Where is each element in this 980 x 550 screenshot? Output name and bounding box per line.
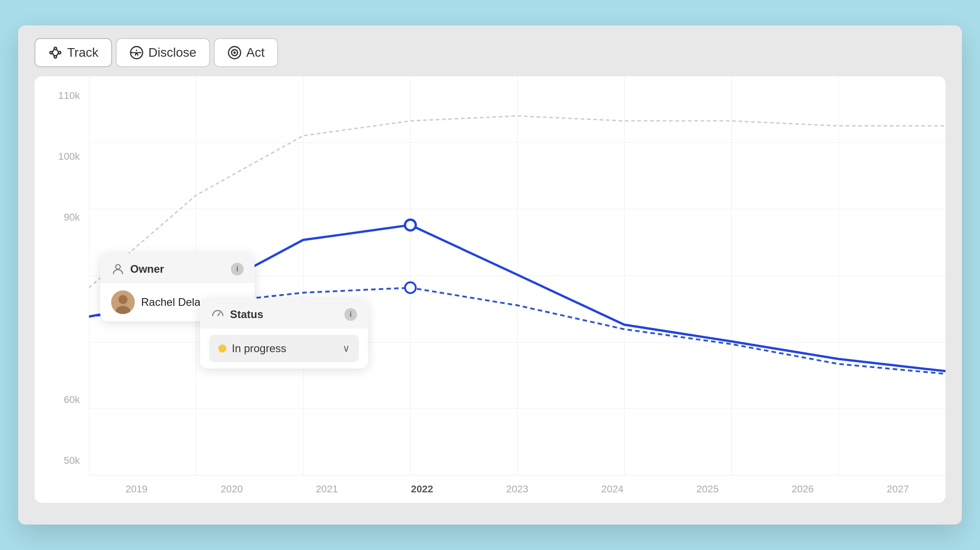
status-dropdown[interactable]: In progress ∨: [209, 335, 359, 362]
x-label-2023: 2023: [506, 483, 528, 495]
owner-name: Rachel Dela: [141, 296, 201, 309]
status-left: In progress: [218, 342, 286, 355]
x-label-2022: 2022: [411, 483, 433, 495]
x-label-2027: 2027: [887, 483, 909, 495]
tab-act-label: Act: [246, 45, 265, 60]
svg-line-6: [57, 53, 59, 55]
act-icon: [227, 45, 242, 60]
owner-info-icon[interactable]: i: [231, 263, 244, 275]
chart-area: 50k 60k 70k 80k 90k 100k 110k: [34, 76, 946, 503]
point-2022-dashed: [405, 282, 416, 293]
svg-line-3: [52, 49, 54, 52]
status-dot: [218, 344, 226, 353]
tab-act[interactable]: Act: [214, 38, 278, 67]
y-label-50k: 50k: [44, 455, 80, 467]
x-label-2024: 2024: [601, 483, 623, 495]
status-header-left: Status: [211, 308, 263, 321]
app-window: Track Disclose Act: [18, 25, 962, 525]
status-card: Status i In progress ∨: [200, 299, 368, 368]
svg-point-13: [234, 52, 235, 54]
status-body: In progress ∨: [200, 329, 368, 368]
disclose-icon: [129, 45, 144, 60]
track-icon: [48, 45, 63, 60]
x-label-2026: 2026: [792, 483, 814, 495]
svg-line-4: [57, 49, 59, 52]
owner-title: Owner: [130, 263, 164, 275]
svg-point-14: [116, 265, 120, 269]
svg-line-18: [218, 313, 220, 315]
point-2022-solid: [405, 220, 416, 231]
svg-line-5: [52, 53, 54, 55]
status-gauge-icon: [211, 308, 225, 321]
status-value: In progress: [232, 342, 286, 355]
x-label-2025: 2025: [696, 483, 719, 495]
y-label-100k: 100k: [44, 151, 80, 162]
owner-header: Owner i: [100, 253, 255, 283]
x-label-2021: 2021: [316, 483, 338, 495]
y-label-60k: 60k: [44, 394, 80, 406]
tab-disclose-label: Disclose: [148, 45, 196, 60]
tab-disclose[interactable]: Disclose: [116, 38, 210, 67]
owner-header-left: Owner: [111, 262, 164, 276]
chevron-down-icon: ∨: [343, 343, 350, 354]
svg-point-16: [118, 295, 127, 304]
y-label-110k: 110k: [44, 90, 80, 102]
status-header: Status i: [200, 299, 368, 329]
person-icon: [111, 262, 125, 276]
status-info-icon[interactable]: i: [344, 308, 357, 321]
status-title: Status: [230, 308, 263, 321]
tab-bar: Track Disclose Act: [18, 25, 962, 76]
x-axis: 2019 2020 2021 2022 2023 2024 2025 2026 …: [89, 476, 946, 503]
x-label-2019: 2019: [125, 483, 147, 495]
x-label-2020: 2020: [220, 483, 243, 495]
y-label-90k: 90k: [44, 211, 80, 223]
svg-point-7: [54, 56, 56, 58]
tab-track-label: Track: [67, 45, 98, 60]
tab-track[interactable]: Track: [34, 38, 112, 67]
avatar: [111, 290, 135, 314]
y-axis: 50k 60k 70k 80k 90k 100k 110k: [34, 76, 89, 476]
